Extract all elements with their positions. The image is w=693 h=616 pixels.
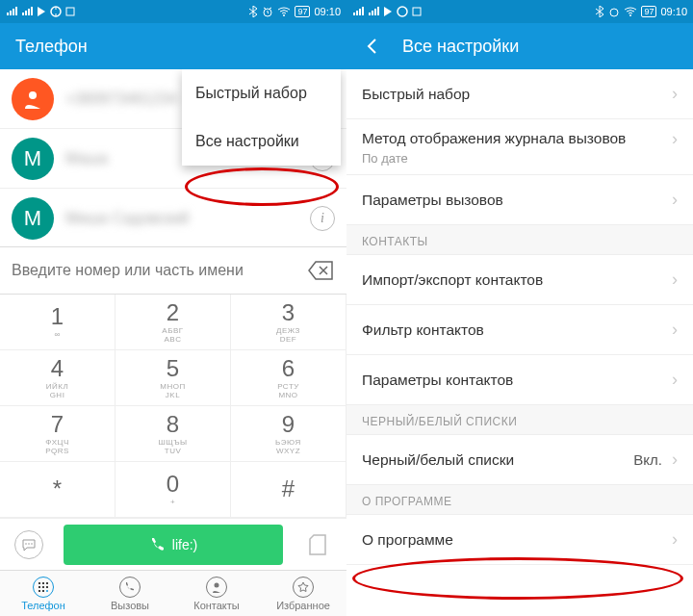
settings-title: Все настройки	[402, 37, 519, 57]
settings-row[interactable]: Импорт/экспорт контактов›	[346, 255, 693, 305]
svg-point-5	[25, 543, 27, 545]
backspace-icon[interactable]	[308, 260, 335, 281]
alarm-icon	[262, 6, 273, 17]
avatar: M	[12, 197, 54, 240]
avatar: M	[12, 138, 54, 180]
search-input[interactable]	[12, 262, 308, 279]
dialpad-icon	[33, 577, 54, 598]
svg-point-10	[46, 582, 48, 584]
status-time: 09:10	[314, 6, 341, 17]
phone-icon	[149, 536, 167, 553]
svg-point-17	[215, 582, 219, 587]
svg-point-21	[629, 14, 631, 16]
bluetooth-icon	[248, 6, 258, 17]
call-button-label: life:)	[172, 537, 197, 552]
settings-row[interactable]: Черный/белый спискиВкл.›	[346, 435, 693, 485]
app-bar: Все настройки	[346, 23, 693, 69]
sync-icon	[50, 6, 62, 17]
svg-point-3	[283, 14, 285, 16]
status-right: 97 09:10	[595, 6, 687, 17]
svg-point-11	[38, 586, 40, 588]
sync-icon	[397, 6, 408, 17]
play-icon	[37, 7, 46, 16]
settings-list: Быстрый набор›Метод отображения журнала …	[346, 69, 693, 565]
app-bar: Телефон	[0, 23, 346, 69]
keypad-key-6[interactable]: 6РСТУ MNO	[231, 350, 346, 406]
nav-label: Избранное	[276, 600, 330, 611]
svg-point-9	[42, 582, 44, 584]
svg-point-14	[38, 590, 40, 592]
app-title: Телефон	[15, 37, 88, 57]
settings-content: Быстрый набор›Метод отображения журнала …	[346, 69, 693, 616]
back-icon[interactable]	[362, 36, 383, 57]
nav-label: Вызовы	[111, 600, 149, 611]
status-left	[352, 6, 422, 17]
settings-row[interactable]: Быстрый набор›	[346, 69, 693, 119]
keypad-key-0[interactable]: 0+	[116, 462, 231, 518]
sim-icon	[308, 533, 327, 556]
svg-point-12	[42, 586, 44, 588]
keypad-key-5[interactable]: 5МНОП JKL	[116, 350, 231, 406]
keypad-key-8[interactable]: 8ШЩЪЫ TUV	[116, 406, 231, 462]
svg-point-8	[38, 582, 40, 584]
avatar	[12, 78, 54, 120]
menu-all-settings[interactable]: Все настройки	[182, 117, 341, 166]
settings-row[interactable]: Параметры вызовов›	[346, 175, 693, 225]
signal-icon	[368, 7, 379, 16]
keypad-key-4[interactable]: 4ИЙКЛ GHI	[0, 350, 116, 406]
signal-icon	[352, 7, 364, 16]
info-icon[interactable]: i	[310, 206, 335, 231]
call-row[interactable]: M Миша Садовский i	[0, 189, 346, 248]
sms-icon	[22, 538, 36, 552]
settings-row[interactable]: Параметры контактов›	[346, 355, 693, 405]
menu-speed-dial[interactable]: Быстрый набор	[182, 69, 341, 117]
section-header: КОНТАКТЫ	[346, 225, 693, 255]
bluetooth-icon	[595, 6, 604, 17]
svg-point-20	[610, 9, 618, 16]
gallery-icon	[412, 7, 422, 16]
phone-icon	[119, 577, 141, 598]
keypad-key-*[interactable]: *	[0, 462, 116, 518]
play-icon	[383, 7, 393, 16]
signal-icon	[21, 7, 33, 16]
alarm-icon	[608, 6, 620, 17]
keypad-key-2[interactable]: 2АБВГ ABC	[116, 295, 231, 350]
overflow-menu: Быстрый набор Все настройки	[182, 69, 341, 166]
settings-row[interactable]: О программе›	[346, 515, 693, 565]
dialer: 1∞2АБВГ ABC3ДЕЖЗ DEF4ИЙКЛ GHI5МНОП JKL6Р…	[0, 246, 346, 570]
battery-icon: 97	[295, 6, 310, 17]
keypad-key-1[interactable]: 1∞	[0, 295, 116, 350]
call-button[interactable]: life:)	[64, 525, 283, 565]
svg-point-15	[42, 590, 44, 592]
wifi-icon	[277, 7, 291, 16]
settings-row[interactable]: Метод отображения журнала вызовов›По дат…	[346, 119, 693, 175]
keypad-key-7[interactable]: 7ФХЦЧ PQRS	[0, 406, 116, 462]
keypad-key-9[interactable]: 9ЬЭЮЯ WXYZ	[231, 406, 346, 462]
dial-action-row: life:)	[0, 518, 346, 570]
nav-favorites[interactable]: Избранное	[260, 571, 346, 616]
wifi-icon	[624, 7, 637, 16]
person-icon	[206, 577, 227, 598]
battery-icon: 97	[641, 6, 656, 17]
svg-point-7	[31, 543, 33, 545]
status-right: 97 09:10	[248, 6, 341, 17]
nav-phone[interactable]: Телефон	[0, 571, 87, 616]
keypad-key-#[interactable]: #	[231, 462, 346, 518]
signal-icon	[6, 7, 17, 16]
call-name: Миша Садовский	[65, 210, 310, 227]
sms-button[interactable]	[0, 530, 58, 559]
bottom-nav: Телефон Вызовы Контакты Избранное	[0, 570, 346, 616]
settings-row[interactable]: Фильтр контактов›	[346, 305, 693, 355]
svg-point-4	[29, 91, 37, 99]
section-header: О ПРОГРАММЕ	[346, 485, 693, 515]
sim-button[interactable]	[289, 533, 346, 556]
star-icon	[293, 577, 314, 598]
phone-app-screen: 97 09:10 Телефон Быстрый набор Все настр…	[0, 0, 346, 616]
keypad-key-3[interactable]: 3ДЕЖЗ DEF	[231, 295, 346, 350]
svg-point-6	[28, 543, 30, 545]
nav-label: Контакты	[193, 600, 240, 611]
phone-content: Быстрый набор Все настройки +38097346123…	[0, 69, 346, 616]
status-bar: 97 09:10	[346, 0, 693, 23]
nav-contacts[interactable]: Контакты	[173, 571, 260, 616]
nav-calls[interactable]: Вызовы	[87, 571, 173, 616]
